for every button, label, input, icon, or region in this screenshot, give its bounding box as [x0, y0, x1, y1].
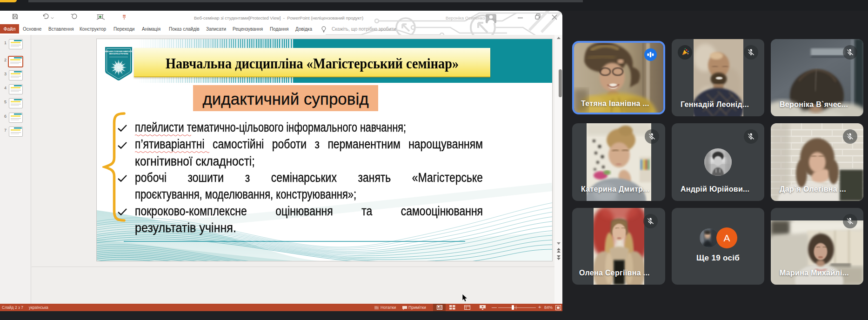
svg-text:КИЇВСЬКИЙ СТОЛИЧНИЙ УНІВЕРСИТЕ: КИЇВСЬКИЙ СТОЛИЧНИЙ УНІВЕРСИТЕТ [105, 51, 133, 53]
svg-text:Вероніка Осипенко: Вероніка Осипенко [446, 15, 485, 20]
svg-text:ІМЕНІ БОРИСА ГРІНЧЕНКА: ІМЕНІ БОРИСА ГРІНЧЕНКА [109, 53, 128, 55]
